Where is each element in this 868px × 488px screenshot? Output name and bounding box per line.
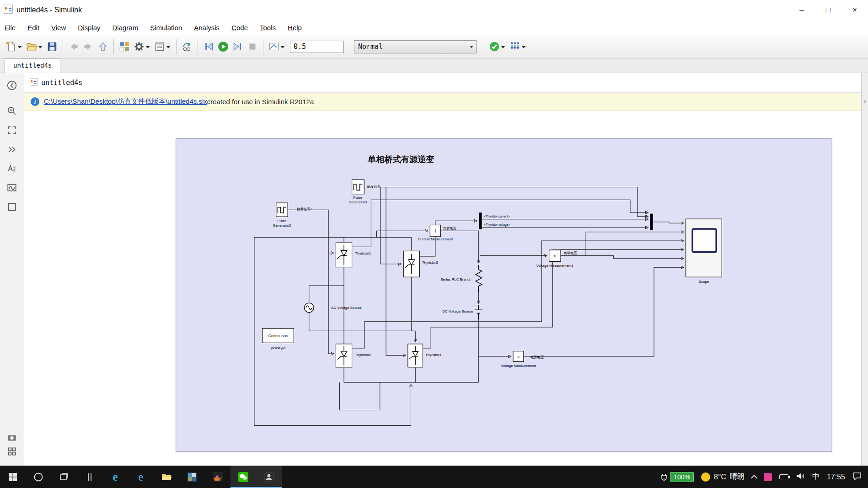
- simulation-stop-time-input[interactable]: [290, 41, 344, 53]
- internet-explorer-button[interactable]: e: [128, 466, 154, 488]
- ime-indicator[interactable]: 中: [812, 472, 820, 482]
- camera-icon[interactable]: [5, 431, 19, 445]
- menu-view[interactable]: View: [51, 24, 66, 32]
- block-label-current-measurement: Current Measurement: [402, 237, 468, 242]
- back-button[interactable]: [67, 40, 80, 53]
- start-button[interactable]: [0, 466, 26, 488]
- voltage-measurement-glyph: v: [514, 351, 524, 361]
- clock[interactable]: 17:55: [827, 473, 845, 481]
- model-configuration-button[interactable]: [132, 40, 152, 53]
- library-browser-button[interactable]: [118, 40, 131, 53]
- step-back-button[interactable]: [202, 40, 215, 53]
- block-voltage-measurement[interactable]: v: [513, 351, 524, 362]
- block-powergui[interactable]: Continuous: [262, 328, 294, 343]
- toolbar-separator: [263, 39, 263, 54]
- block-dc-voltage-source[interactable]: [474, 305, 483, 319]
- grid-view-icon[interactable]: [5, 445, 19, 458]
- model-file-link[interactable]: C:\Users\Shan\Desktop\仿真文件低版本\untitled4s…: [44, 97, 207, 106]
- minimize-button[interactable]: –: [788, 0, 815, 20]
- tray-pink-app-icon[interactable]: [764, 473, 772, 481]
- weather-widget[interactable]: 8°C 晴朗: [701, 472, 745, 482]
- block-thyristor3[interactable]: [403, 251, 420, 277]
- user-app-button[interactable]: [256, 466, 282, 488]
- forward-button[interactable]: [81, 40, 95, 53]
- run-button[interactable]: [216, 40, 230, 53]
- tray-expand-icon[interactable]: [751, 474, 757, 481]
- up-to-parent-button[interactable]: [96, 40, 110, 53]
- new-model-button[interactable]: [4, 40, 24, 53]
- explorer-dropdown-icon[interactable]: [166, 46, 170, 50]
- save-button[interactable]: [45, 40, 59, 53]
- menu-help[interactable]: Help: [288, 24, 302, 32]
- right-panel-strip[interactable]: ×: [861, 73, 868, 466]
- advisor-dropdown-icon[interactable]: [501, 46, 505, 50]
- block-thyristor1[interactable]: [336, 243, 352, 267]
- battery-widget[interactable]: 100%: [660, 472, 694, 482]
- close-button[interactable]: ×: [841, 0, 868, 20]
- block-series-rlc-branch[interactable]: [475, 265, 483, 293]
- cortana-button[interactable]: [26, 466, 51, 488]
- demux-bar[interactable]: [479, 212, 482, 229]
- build-dropdown-icon[interactable]: [522, 46, 525, 50]
- pinned-pen-divider-icon[interactable]: [77, 466, 102, 488]
- breadcrumb-bar: untitled4s: [24, 73, 861, 93]
- menu-bar: File Edit View Display Diagram Simulatio…: [0, 20, 868, 35]
- blank-box-icon[interactable]: [5, 200, 19, 214]
- menu-edit[interactable]: Edit: [27, 24, 39, 32]
- battery-icon[interactable]: [779, 474, 788, 479]
- simulation-mode-select[interactable]: Normal: [354, 40, 477, 53]
- zoom-icon[interactable]: [5, 104, 19, 118]
- build-button[interactable]: [508, 40, 528, 53]
- step-forward-button[interactable]: [231, 40, 245, 53]
- hide-browser-icon[interactable]: [5, 79, 19, 92]
- battery-percentage: 100%: [670, 472, 694, 482]
- volume-icon[interactable]: [796, 472, 805, 482]
- block-current-measurement[interactable]: i: [430, 225, 441, 237]
- notification-center-icon[interactable]: [852, 472, 862, 482]
- annotation-icon[interactable]: [5, 162, 19, 175]
- mux-bar[interactable]: [650, 214, 653, 230]
- block-thyristor4[interactable]: [407, 344, 423, 367]
- menu-file[interactable]: File: [5, 24, 16, 32]
- simulation-display-button[interactable]: [267, 40, 287, 53]
- edge-browser-button[interactable]: e: [102, 466, 128, 488]
- block-scope[interactable]: [686, 219, 722, 277]
- configuration-dropdown-icon[interactable]: [146, 46, 150, 50]
- mode-dropdown-icon[interactable]: [470, 46, 473, 50]
- wechat-button[interactable]: [230, 466, 256, 488]
- update-diagram-button[interactable]: [180, 40, 194, 53]
- photos-app-button[interactable]: [179, 466, 205, 488]
- breadcrumb-model-name[interactable]: untitled4s: [41, 79, 82, 87]
- menu-diagram[interactable]: Diagram: [113, 24, 139, 32]
- notification-close-icon[interactable]: ×: [862, 99, 868, 105]
- maximize-button[interactable]: □: [815, 0, 841, 20]
- display-dropdown-icon[interactable]: [281, 46, 284, 50]
- model-advisor-button[interactable]: [488, 40, 507, 53]
- block-label-voltage-measurement: Voltage Measurement: [485, 364, 552, 368]
- block-pulse-generator3[interactable]: [352, 180, 364, 195]
- task-view-button[interactable]: [51, 466, 77, 488]
- file-explorer-button[interactable]: [154, 466, 179, 488]
- menu-display[interactable]: Display: [78, 24, 100, 32]
- open-model-button[interactable]: [25, 40, 44, 53]
- fit-to-view-icon[interactable]: [5, 123, 19, 137]
- model-canvas[interactable]: 单相桥式有源逆变 触发信号 Pulse Generator3 触发信号1 Pul…: [176, 138, 832, 452]
- notification-text: created for use in Simulink R2012a: [207, 98, 314, 106]
- menu-analysis[interactable]: Analysis: [194, 24, 220, 32]
- step-through-icon[interactable]: [5, 143, 19, 156]
- menu-tools[interactable]: Tools: [260, 24, 276, 32]
- menu-code[interactable]: Code: [231, 24, 248, 32]
- curve-viewer-icon[interactable]: [5, 181, 19, 195]
- tab-untitled4s[interactable]: untitled4s: [5, 58, 60, 73]
- stop-button[interactable]: [246, 40, 259, 53]
- block-ac-voltage-source[interactable]: [304, 303, 314, 313]
- model-explorer-button[interactable]: [153, 40, 172, 53]
- block-voltage-measurement1[interactable]: v: [549, 249, 561, 262]
- matlab-button[interactable]: [205, 466, 230, 488]
- new-model-dropdown-icon[interactable]: [18, 46, 21, 50]
- block-thyristor2[interactable]: [336, 344, 352, 367]
- open-dropdown-icon[interactable]: [38, 46, 42, 50]
- menu-simulation[interactable]: Simulation: [150, 24, 182, 32]
- weather-condition: 晴朗: [730, 472, 745, 482]
- block-pulse-generator2[interactable]: [276, 202, 288, 217]
